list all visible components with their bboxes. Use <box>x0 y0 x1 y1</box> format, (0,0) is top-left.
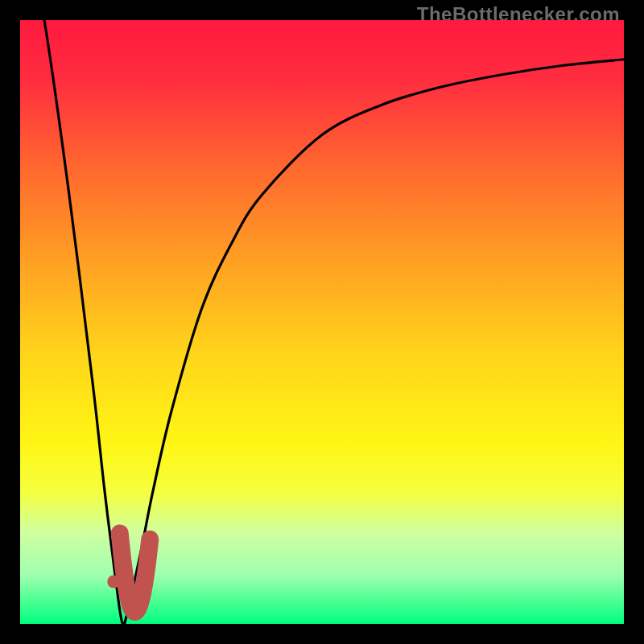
plot-area <box>20 20 624 624</box>
cursor-dot-icon <box>107 576 120 588</box>
chart-svg <box>20 20 624 624</box>
chart-frame: TheBottlenecker.com <box>0 0 644 644</box>
